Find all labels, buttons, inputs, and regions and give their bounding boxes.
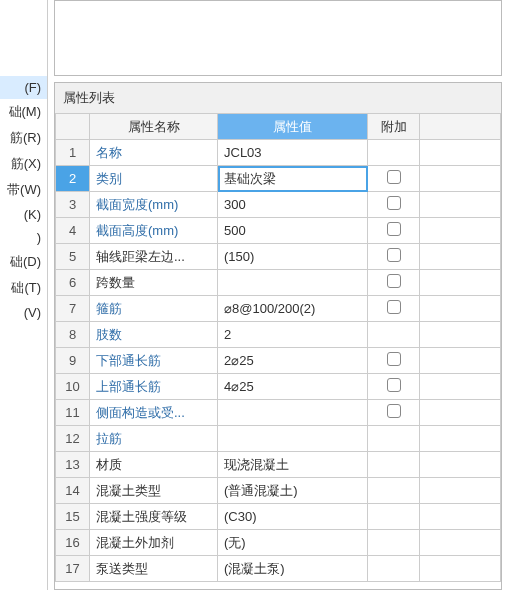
row-index[interactable]: 17	[56, 556, 90, 582]
table-row: 3截面宽度(mm)300	[56, 192, 501, 218]
row-index[interactable]: 14	[56, 478, 90, 504]
property-name-cell[interactable]: 截面高度(mm)	[90, 218, 218, 244]
sidebar-item-0[interactable]: (F)	[0, 76, 47, 99]
row-index[interactable]: 15	[56, 504, 90, 530]
property-panel: 属性列表 属性名称 属性值 附加 1名	[54, 82, 502, 590]
col-header-name[interactable]: 属性名称	[90, 114, 218, 140]
row-index[interactable]: 16	[56, 530, 90, 556]
addon-cell[interactable]	[368, 374, 420, 400]
checkbox-icon[interactable]	[387, 378, 401, 392]
addon-cell[interactable]	[368, 166, 420, 192]
property-value-cell[interactable]: 2	[218, 322, 368, 348]
checkbox-icon[interactable]	[387, 274, 401, 288]
property-value-cell[interactable]: 现浇混凝土	[218, 452, 368, 478]
property-name-cell[interactable]: 截面宽度(mm)	[90, 192, 218, 218]
table-row: 4截面高度(mm)500	[56, 218, 501, 244]
sidebar-item-9[interactable]: (V)	[0, 301, 47, 324]
rest-cell	[420, 140, 501, 166]
row-index[interactable]: 9	[56, 348, 90, 374]
property-name-cell[interactable]: 下部通长筋	[90, 348, 218, 374]
property-value-cell[interactable]: (无)	[218, 530, 368, 556]
addon-cell[interactable]	[368, 270, 420, 296]
row-index[interactable]: 12	[56, 426, 90, 452]
addon-cell[interactable]	[368, 296, 420, 322]
property-name-cell[interactable]: 侧面构造或受...	[90, 400, 218, 426]
property-name-cell[interactable]: 名称	[90, 140, 218, 166]
property-name-cell[interactable]: 混凝土强度等级	[90, 504, 218, 530]
checkbox-icon[interactable]	[387, 248, 401, 262]
property-name-cell[interactable]: 上部通长筋	[90, 374, 218, 400]
property-name-cell[interactable]: 跨数量	[90, 270, 218, 296]
property-value-cell[interactable]: JCL03	[218, 140, 368, 166]
addon-cell[interactable]	[368, 400, 420, 426]
property-name-cell[interactable]: 混凝土类型	[90, 478, 218, 504]
rest-cell	[420, 192, 501, 218]
row-index[interactable]: 2	[56, 166, 90, 192]
col-header-addon[interactable]: 附加	[368, 114, 420, 140]
property-name-cell[interactable]: 肢数	[90, 322, 218, 348]
sidebar-item-8[interactable]: 础(T)	[0, 275, 47, 301]
checkbox-icon[interactable]	[387, 196, 401, 210]
row-index[interactable]: 4	[56, 218, 90, 244]
sidebar-item-2[interactable]: 筋(R)	[0, 125, 47, 151]
sidebar-item-3[interactable]: 筋(X)	[0, 151, 47, 177]
addon-cell[interactable]	[368, 218, 420, 244]
addon-cell[interactable]	[368, 348, 420, 374]
checkbox-icon[interactable]	[387, 170, 401, 184]
property-name-cell[interactable]: 箍筋	[90, 296, 218, 322]
property-value-cell[interactable]: (混凝土泵)	[218, 556, 368, 582]
sidebar-item-4[interactable]: 带(W)	[0, 177, 47, 203]
checkbox-icon[interactable]	[387, 352, 401, 366]
property-name-cell[interactable]: 泵送类型	[90, 556, 218, 582]
property-name-cell[interactable]: 轴线距梁左边...	[90, 244, 218, 270]
property-name-cell[interactable]: 混凝土外加剂	[90, 530, 218, 556]
property-value-cell[interactable]: (C30)	[218, 504, 368, 530]
property-value-cell[interactable]: 基础次梁	[218, 166, 368, 192]
col-header-rest[interactable]	[420, 114, 501, 140]
table-row: 1名称JCL03	[56, 140, 501, 166]
property-name-cell[interactable]: 材质	[90, 452, 218, 478]
table-row: 5轴线距梁左边...(150)	[56, 244, 501, 270]
rest-cell	[420, 400, 501, 426]
col-header-index[interactable]	[56, 114, 90, 140]
row-index[interactable]: 11	[56, 400, 90, 426]
sidebar-item-1[interactable]: 础(M)	[0, 99, 47, 125]
table-header-row: 属性名称 属性值 附加	[56, 114, 501, 140]
rest-cell	[420, 426, 501, 452]
property-value-cell[interactable]: (普通混凝土)	[218, 478, 368, 504]
sidebar-item-5[interactable]: (K)	[0, 203, 47, 226]
addon-cell[interactable]	[368, 192, 420, 218]
property-value-cell[interactable]: 4⌀25	[218, 374, 368, 400]
property-value-cell[interactable]: 300	[218, 192, 368, 218]
col-header-value[interactable]: 属性值	[218, 114, 368, 140]
checkbox-icon[interactable]	[387, 300, 401, 314]
table-row: 14混凝土类型(普通混凝土)	[56, 478, 501, 504]
addon-cell[interactable]	[368, 244, 420, 270]
property-value-cell[interactable]	[218, 426, 368, 452]
row-index[interactable]: 13	[56, 452, 90, 478]
table-row: 16混凝土外加剂(无)	[56, 530, 501, 556]
rest-cell	[420, 478, 501, 504]
property-value-cell[interactable]: 500	[218, 218, 368, 244]
row-index[interactable]: 10	[56, 374, 90, 400]
property-name-cell[interactable]: 类别	[90, 166, 218, 192]
property-value-cell[interactable]: (150)	[218, 244, 368, 270]
row-index[interactable]: 6	[56, 270, 90, 296]
rest-cell	[420, 530, 501, 556]
property-value-cell[interactable]	[218, 270, 368, 296]
property-value-cell[interactable]	[218, 400, 368, 426]
checkbox-icon[interactable]	[387, 404, 401, 418]
row-index[interactable]: 1	[56, 140, 90, 166]
sidebar-item-6[interactable]: )	[0, 226, 47, 249]
table-row: 8肢数2	[56, 322, 501, 348]
table-row: 2类别基础次梁	[56, 166, 501, 192]
property-name-cell[interactable]: 拉筋	[90, 426, 218, 452]
row-index[interactable]: 5	[56, 244, 90, 270]
checkbox-icon[interactable]	[387, 222, 401, 236]
property-value-cell[interactable]: 2⌀25	[218, 348, 368, 374]
row-index[interactable]: 3	[56, 192, 90, 218]
sidebar-item-7[interactable]: 础(D)	[0, 249, 47, 275]
row-index[interactable]: 7	[56, 296, 90, 322]
row-index[interactable]: 8	[56, 322, 90, 348]
property-value-cell[interactable]: ⌀8@100/200(2)	[218, 296, 368, 322]
